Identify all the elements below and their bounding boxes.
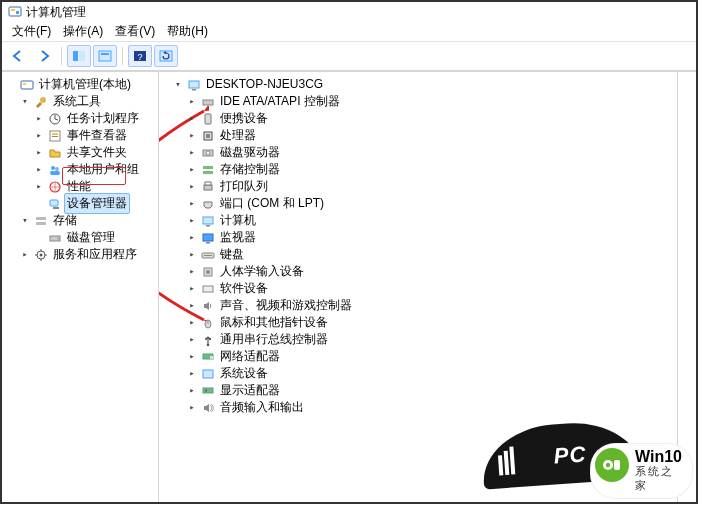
tree-toggle-icon[interactable] <box>187 165 197 175</box>
tree-toggle-icon[interactable] <box>20 250 30 260</box>
title-bar[interactable]: 计算机管理 <box>2 2 696 21</box>
tree-toggle-icon[interactable] <box>187 131 197 141</box>
storage-icon <box>34 214 48 228</box>
tree-toggle-icon[interactable] <box>187 267 197 277</box>
navigation-tree-pane[interactable]: 计算机管理(本地) 系统工具 <box>2 72 159 504</box>
device-cat-ports[interactable]: 端口 (COM 和 LPT) <box>187 195 675 212</box>
audio-io-icon <box>201 401 215 415</box>
system-tools-icon <box>34 95 48 109</box>
device-cat-audio-io[interactable]: 音频输入和输出 <box>187 399 675 416</box>
svg-rect-44 <box>206 242 210 244</box>
svg-rect-30 <box>192 89 196 91</box>
svg-rect-56 <box>210 356 213 359</box>
svg-point-36 <box>206 151 210 155</box>
usb-icon <box>201 333 215 347</box>
device-cat-computer[interactable]: 计算机 <box>187 212 675 229</box>
help-button[interactable]: ? <box>128 45 152 67</box>
menu-action[interactable]: 操作(A) <box>59 21 107 42</box>
svg-rect-6 <box>101 53 109 55</box>
system-device-icon <box>201 367 215 381</box>
back-button[interactable] <box>6 45 30 67</box>
svg-rect-19 <box>50 171 60 175</box>
svg-rect-24 <box>36 222 46 225</box>
tree-toggle-icon[interactable] <box>34 131 44 141</box>
svg-rect-39 <box>204 185 212 190</box>
forward-button[interactable] <box>32 45 56 67</box>
app-icon <box>8 5 22 19</box>
device-cat-portable[interactable]: 便携设备 <box>187 110 675 127</box>
refresh-button[interactable] <box>154 45 178 67</box>
tree-toggle-icon[interactable] <box>187 97 197 107</box>
computer-icon <box>201 214 215 228</box>
toolbar-sep <box>122 47 123 65</box>
tree-toggle-icon[interactable] <box>187 369 197 379</box>
svg-rect-2 <box>16 11 19 14</box>
tree-services-apps[interactable]: 服务和应用程序 <box>20 246 156 263</box>
device-manager-icon <box>48 197 62 211</box>
tree-toggle-icon[interactable] <box>187 114 197 124</box>
svg-rect-1 <box>11 9 15 11</box>
svg-rect-41 <box>203 217 213 224</box>
services-apps-icon <box>34 248 48 262</box>
properties-button[interactable] <box>93 45 117 67</box>
panes: 计算机管理(本地) 系统工具 <box>2 71 696 504</box>
tree-toggle-icon[interactable] <box>34 182 44 192</box>
software-device-icon <box>201 282 215 296</box>
show-hide-console-tree-button[interactable] <box>67 45 91 67</box>
tree-toggle-icon[interactable] <box>34 165 44 175</box>
svg-point-18 <box>55 167 59 171</box>
window-title: 计算机管理 <box>26 4 86 21</box>
svg-rect-43 <box>203 234 213 241</box>
tree-toggle-icon[interactable] <box>187 233 197 243</box>
tree-toggle-icon[interactable] <box>187 318 197 328</box>
tree-toggle-icon[interactable] <box>187 199 197 209</box>
svg-text:?: ? <box>137 52 142 62</box>
svg-rect-10 <box>21 81 33 89</box>
computer-icon <box>187 78 201 92</box>
ide-ata-icon <box>201 95 215 109</box>
tree-toggle-icon[interactable] <box>34 114 44 124</box>
svg-rect-29 <box>189 81 199 88</box>
svg-rect-49 <box>203 286 213 292</box>
menu-bar: 文件(F) 操作(A) 查看(V) 帮助(H) <box>2 21 696 42</box>
menu-file[interactable]: 文件(F) <box>8 21 55 42</box>
tree-toggle-icon[interactable] <box>173 80 183 90</box>
tree-toggle-icon[interactable] <box>187 216 197 226</box>
tree-toggle-icon[interactable] <box>187 301 197 311</box>
tree-toggle-icon[interactable] <box>187 335 197 345</box>
tree-toggle-icon[interactable] <box>20 97 30 107</box>
svg-point-17 <box>51 166 55 170</box>
toolbar: ? <box>2 42 696 71</box>
tree-toggle-icon[interactable] <box>20 216 30 226</box>
svg-point-28 <box>40 253 43 256</box>
device-cat-monitors[interactable]: 监视器 <box>187 229 675 246</box>
tree-toggle-icon[interactable] <box>34 148 44 158</box>
svg-rect-46 <box>204 255 212 256</box>
tree-toggle-icon[interactable] <box>187 386 197 396</box>
svg-point-48 <box>206 270 210 274</box>
svg-rect-23 <box>36 217 46 220</box>
svg-rect-37 <box>203 166 213 169</box>
svg-rect-11 <box>23 83 26 85</box>
tree-toggle-icon[interactable] <box>187 352 197 362</box>
tree-toggle-icon[interactable] <box>187 250 197 260</box>
tree-local-users[interactable]: 本地用户和组 <box>34 161 156 178</box>
performance-icon <box>48 180 62 194</box>
menu-view[interactable]: 查看(V) <box>111 21 159 42</box>
tree-toggle-icon[interactable] <box>187 403 197 413</box>
menu-help[interactable]: 帮助(H) <box>163 21 212 42</box>
svg-rect-31 <box>203 100 213 105</box>
device-manager-tree-pane[interactable]: DESKTOP-NJEU3CG IDE ATA/ATAPI 控制器 便携设备 处… <box>159 72 677 504</box>
task-scheduler-icon <box>48 112 62 126</box>
svg-rect-34 <box>206 134 210 138</box>
computer-management-icon <box>20 78 34 92</box>
shared-folders-icon <box>48 146 62 160</box>
keyboard-icon <box>201 248 215 262</box>
svg-point-59 <box>205 389 207 391</box>
tree-toggle-icon[interactable] <box>187 148 197 158</box>
tree-toggle-icon[interactable] <box>187 182 197 192</box>
svg-rect-57 <box>203 370 213 378</box>
tree-toggle-icon[interactable] <box>187 284 197 294</box>
svg-point-12 <box>40 97 46 103</box>
disk-management-icon <box>48 231 62 245</box>
